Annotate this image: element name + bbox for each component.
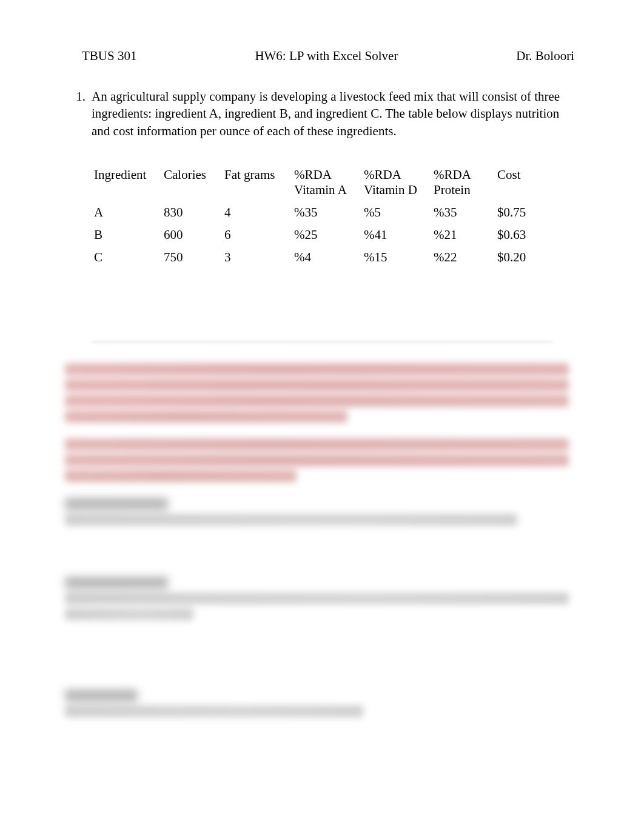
nutrition-table: Ingredient Calories Fat grams %RDA Vitam… (92, 164, 552, 269)
header-author: Dr. Boloori (516, 49, 580, 64)
th-vitamin-a-line2: Vitamin A (294, 183, 347, 197)
blurred-paragraph (65, 438, 579, 482)
cell-vitamin-a: %35 (292, 201, 361, 224)
blurred-paragraph (65, 363, 579, 423)
blurred-paragraph (65, 498, 579, 526)
question-text: An agricultural supply company is develo… (92, 88, 580, 139)
cell-protein: %35 (431, 201, 495, 224)
blurred-gap (65, 636, 579, 689)
page-header: TBUS 301 HW6: LP with Excel Solver Dr. B… (64, 49, 580, 64)
th-vitamin-a-line1: %RDA (294, 167, 332, 182)
blurred-line (65, 454, 569, 466)
th-cost: Cost (495, 164, 552, 201)
blurred-line (65, 470, 297, 482)
cell-vitamin-a: %25 (292, 224, 361, 246)
cell-calories: 600 (161, 224, 222, 246)
cell-vitamin-d: %41 (361, 224, 431, 246)
table-row: B 600 6 %25 %41 %21 $0.63 (92, 224, 552, 246)
blurred-line (65, 438, 569, 451)
table-header-row: Ingredient Calories Fat grams %RDA Vitam… (92, 164, 552, 201)
cell-vitamin-d: %15 (361, 246, 431, 269)
blurred-line (65, 395, 569, 407)
th-protein-line1: %RDA (434, 167, 471, 182)
cell-vitamin-a: %4 (292, 246, 361, 269)
blurred-line (65, 705, 363, 717)
document-page: TBUS 301 HW6: LP with Excel Solver Dr. B… (0, 0, 644, 770)
th-vitamin-d: %RDA Vitamin D (361, 164, 431, 201)
th-vitamin-d-line1: %RDA (364, 167, 401, 182)
blurred-content-region (64, 341, 580, 717)
th-fat: Fat grams (222, 164, 292, 201)
blurred-heading (65, 689, 138, 702)
cell-ingredient: B (92, 224, 161, 246)
cell-vitamin-d: %5 (361, 201, 431, 224)
header-course: TBUS 301 (64, 49, 136, 64)
th-ingredient: Ingredient (92, 164, 161, 201)
th-calories: Calories (161, 164, 222, 201)
cell-ingredient: C (92, 246, 161, 269)
th-vitamin-a: %RDA Vitamin A (292, 164, 361, 201)
table-row: C 750 3 %4 %15 %22 $0.20 (92, 246, 552, 269)
cell-cost: $0.20 (495, 246, 552, 269)
cell-fat: 6 (222, 224, 292, 246)
blurred-line (65, 411, 347, 423)
cell-calories: 830 (161, 201, 222, 224)
question-1: 1. An agricultural supply company is dev… (70, 88, 580, 139)
question-number: 1. (70, 88, 86, 105)
blurred-line (65, 608, 193, 620)
blurred-paragraph (65, 689, 579, 717)
cell-protein: %22 (431, 246, 495, 269)
cell-fat: 4 (222, 201, 292, 224)
table-row: A 830 4 %35 %5 %35 $0.75 (92, 201, 552, 224)
th-protein: %RDA Protein (431, 164, 495, 201)
nutrition-table-wrap: Ingredient Calories Fat grams %RDA Vitam… (92, 164, 580, 269)
th-vitamin-d-line2: Vitamin D (364, 183, 417, 197)
blurred-heading (65, 577, 168, 589)
blurred-gap (65, 542, 579, 577)
blurred-line (65, 363, 569, 375)
cell-cost: $0.75 (495, 201, 552, 224)
blurred-line (65, 592, 569, 605)
blurred-line (65, 514, 517, 526)
header-title: HW6: LP with Excel Solver (136, 49, 516, 64)
cell-fat: 3 (222, 246, 292, 269)
blurred-line (65, 379, 569, 391)
cell-protein: %21 (431, 224, 495, 246)
cell-cost: $0.63 (495, 224, 552, 246)
blurred-paragraph (65, 577, 579, 620)
blurred-heading (65, 498, 168, 510)
cell-calories: 750 (161, 246, 222, 269)
blurred-divider (92, 341, 552, 343)
th-protein-line2: Protein (434, 183, 471, 197)
cell-ingredient: A (92, 201, 161, 224)
